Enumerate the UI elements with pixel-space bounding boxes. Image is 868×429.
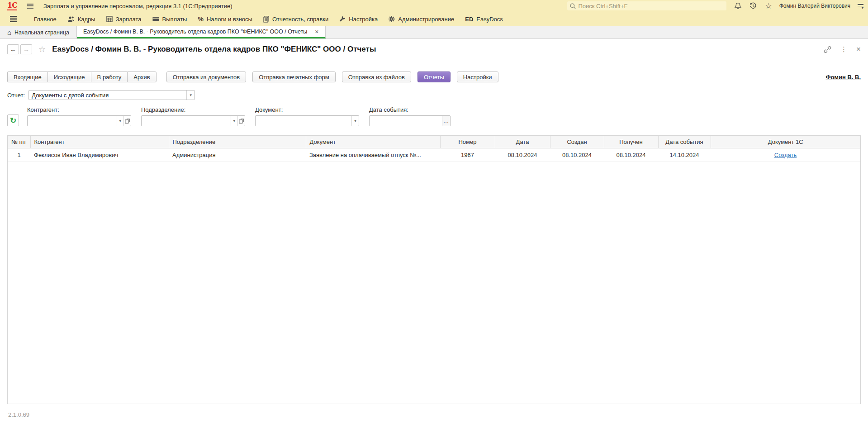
menu-item-label: Кадры [78,16,95,23]
grid-header-row: № пп Контрагент Подразделение Документ Н… [8,136,860,148]
menu-item-otchetnost[interactable]: Отчетность, справки [263,16,328,23]
send-from-files-button[interactable]: Отправка из файлов [342,72,411,82]
report-label: Отчет: [7,92,25,99]
report-value: Документы с датой события [29,91,186,100]
col-number[interactable]: Номер [440,136,495,148]
notifications-bell-icon[interactable] [735,2,741,10]
global-search[interactable] [567,1,726,10]
current-user-name[interactable]: Фомин Валерий Викторович [779,3,850,9]
ellipsis-button[interactable]: ... [442,116,450,126]
reports-button[interactable]: Отчеты [417,72,451,82]
menu-item-kadry[interactable]: Кадры [67,16,95,23]
menu-item-label: Главное [34,16,57,23]
menu-item-easydocs[interactable]: ED EasyDocs [465,16,503,23]
cell-created: 08.10.2024 [550,148,604,162]
archive-button[interactable]: Архив [127,72,156,82]
percent-icon: % [198,15,203,23]
menu-item-vyplaty[interactable]: Выплаты [152,16,187,23]
menu-item-nastroika[interactable]: Настройка [339,16,378,23]
forward-button[interactable]: → [20,44,32,54]
cell-number: 1967 [440,148,495,162]
cell-num: 1 [8,148,30,162]
filter-document: Документ: ▾ [255,106,359,126]
report-combobox[interactable]: Документы с датой события ▾ [28,90,195,100]
tab-easydocs-reports[interactable]: EasyDocs / Фомин В. В. - Руководитель от… [77,26,326,38]
menu-item-label: Выплаты [162,16,187,23]
more-actions-icon[interactable]: ⋮ [840,45,847,53]
chevron-down-icon[interactable]: ▾ [231,116,237,126]
settings-button[interactable]: Настройки [457,72,498,82]
favorites-star-icon[interactable]: ☆ [765,1,772,11]
app-title: Зарплата и управление персоналом, редакц… [43,3,232,10]
menu-item-label: EasyDocs [476,16,503,23]
menu-item-label: Отчетность, справки [272,16,328,23]
page-title: EasyDocs / Фомин В. В. - Руководитель от… [52,45,376,54]
wrench-icon [339,16,346,22]
inbox-button[interactable]: Входящие [7,72,47,82]
chevron-down-icon[interactable]: ▾ [117,116,123,126]
col-contragent[interactable]: Контрагент [30,136,169,148]
open-windows-tabs: ⌂ Начальная страница EasyDocs / Фомин В.… [0,26,868,39]
reports-grid: № пп Контрагент Подразделение Документ Н… [7,135,861,404]
chevron-down-icon: ▾ [862,7,863,9]
cell-event-date: 14.10.2024 [658,148,711,162]
page-header: ← → ☆ EasyDocs / Фомин В. В. - Руководит… [0,39,868,58]
col-event-date[interactable]: Дата события [658,136,711,148]
create-1c-document-link[interactable]: Создать [774,152,797,158]
filter-contragent: Контрагент: ▾ [27,106,131,126]
1c-logo: 1С [7,2,17,10]
easydocs-icon: ED [465,16,473,23]
filters-row: ↻ Контрагент: ▾ Подразделение: ▾ Докумен… [0,106,868,126]
main-menu-icon[interactable] [27,4,33,9]
tab-home[interactable]: ⌂ Начальная страница [0,26,77,38]
filter-department: Подразделение: ▾ [141,106,245,126]
col-department[interactable]: Подразделение [169,136,306,148]
document-input[interactable] [256,116,351,126]
search-input[interactable] [578,3,724,10]
menu-item-main[interactable]: Главное [34,16,57,23]
menu-item-administrirovanie[interactable]: Администрирование [389,16,454,23]
command-bar: Входящие Исходящие В работу Архив Отправ… [0,72,868,82]
home-icon: ⌂ [7,29,11,36]
chevron-down-icon[interactable]: ▾ [351,116,359,126]
refresh-button[interactable]: ↻ [7,114,19,126]
send-from-documents-button[interactable]: Отправка из документов [166,72,246,82]
open-picker-icon[interactable] [237,116,245,126]
sections-burger-icon[interactable] [10,16,17,23]
chevron-down-icon[interactable]: ▾ [186,91,194,100]
search-icon [570,3,576,9]
tab-close-icon[interactable]: × [315,29,318,35]
col-received[interactable]: Получен [604,136,658,148]
add-favorite-star-icon[interactable]: ☆ [38,44,46,54]
user-profile-link[interactable]: Фомин В. В. [825,74,861,81]
close-window-icon[interactable]: × [856,45,861,54]
copy-link-icon[interactable] [824,46,831,53]
send-printed-forms-button[interactable]: Отправка печатных форм [252,72,336,82]
menu-item-zarplata[interactable]: Зарплата [106,16,142,23]
cell-contragent: Феклисов Иван Владимирович [30,148,169,162]
filter-label: Дата события: [369,106,451,113]
col-document[interactable]: Документ [306,136,440,148]
cell-received: 08.10.2024 [604,148,658,162]
contragent-input[interactable] [28,116,117,126]
col-doc1c[interactable]: Документ 1С [711,136,860,148]
col-num[interactable]: № пп [8,136,30,148]
history-icon[interactable] [749,2,757,10]
col-date[interactable]: Дата [495,136,550,148]
open-picker-icon[interactable] [123,116,131,126]
version-label: 2.1.0.69 [0,404,868,418]
filter-event-date: Дата события: ... [369,106,451,126]
outbox-button[interactable]: Исходящие [47,72,91,82]
in-progress-button[interactable]: В работу [91,72,128,82]
back-button[interactable]: ← [7,44,19,54]
sections-menu: Главное Кадры Зарплата Выплаты % Налоги … [0,12,868,26]
table-row[interactable]: 1 Феклисов Иван Владимирович Администрац… [8,148,860,162]
department-input[interactable] [142,116,231,126]
service-menu-icon[interactable]: ▾ [858,3,863,10]
event-date-input[interactable] [370,116,442,126]
folders-button-group: Входящие Исходящие В работу Архив [7,72,157,82]
col-created[interactable]: Создан [550,136,604,148]
menu-item-nalogi[interactable]: % Налоги и взносы [198,15,252,23]
title-bar: 1С Зарплата и управление персоналом, ред… [0,0,868,12]
report-selector-row: Отчет: Документы с датой события ▾ [0,90,868,100]
